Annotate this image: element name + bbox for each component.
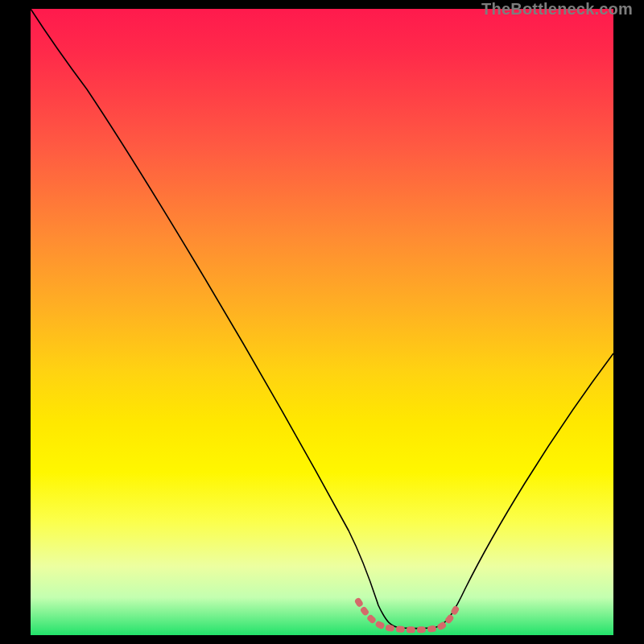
chart-frame: TheBottleneck.com	[0, 0, 644, 644]
watermark-text: TheBottleneck.com	[0, 0, 644, 19]
optimal-range-marker	[358, 601, 456, 630]
bottleneck-curve	[31, 9, 613, 629]
plot-area	[31, 9, 613, 635]
curve-layer	[31, 9, 613, 635]
